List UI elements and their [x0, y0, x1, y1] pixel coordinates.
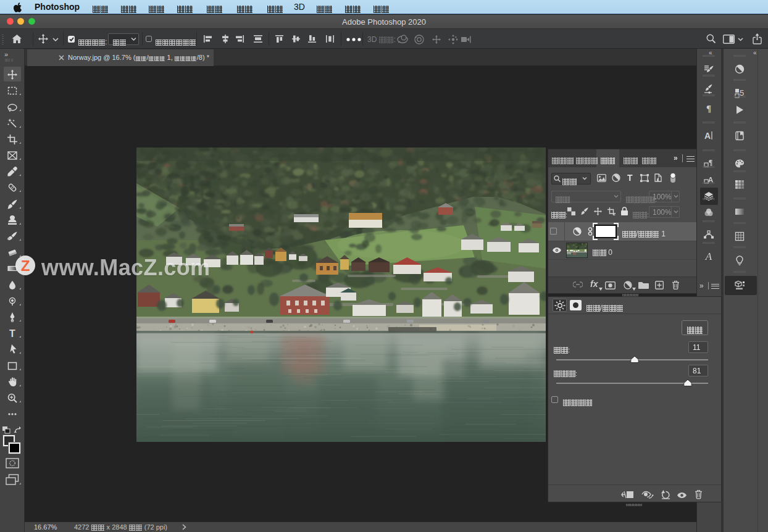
svg-text:¶: ¶: [706, 104, 711, 114]
svg-text:A: A: [705, 251, 712, 261]
svg-text:A: A: [704, 131, 711, 141]
svg-text:T: T: [9, 328, 15, 338]
